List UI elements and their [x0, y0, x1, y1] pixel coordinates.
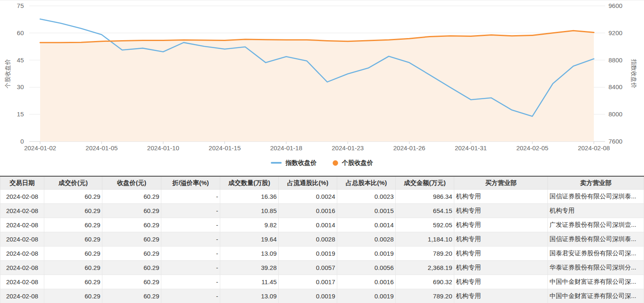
table-cell: 机构专用 [454, 204, 548, 218]
table-cell: 国泰君安证券股份有限公司深... [548, 247, 644, 261]
table-cell: 789.20 [396, 289, 454, 303]
table-row: 2024-02-0860.2960.29-16.360.00240.002398… [0, 190, 644, 204]
y-axis-right-title: 指数收盘价 [631, 59, 637, 88]
legend-item-index-close[interactable]: 指数收盘价 [271, 159, 317, 167]
y-axis-left-title: 个股收盘价 [4, 59, 11, 89]
table-cell: 0.0056 [337, 261, 396, 275]
table-cell: 2024-02-08 [0, 232, 44, 247]
legend-circle-marker-icon [333, 160, 338, 166]
x-axis-tick-label: 2024-01-18 [270, 144, 303, 152]
table-cell: 0.0019 [279, 289, 337, 303]
table-cell: - [161, 247, 220, 261]
x-axis-tick-label: 2024-02-05 [516, 144, 548, 152]
legend-line-marker-icon [271, 162, 282, 164]
table-cell: 2024-02-08 [0, 190, 44, 204]
table-cell: 60.29 [44, 275, 102, 289]
table-cell: 60.29 [44, 204, 102, 218]
table-cell: 2024-02-08 [0, 261, 44, 275]
table-cell: 国信证券股份有限公司深圳泰... [548, 232, 644, 247]
table-cell: 国信证券股份有限公司深圳泰... [548, 190, 644, 204]
table-cell: 0.0024 [279, 190, 337, 204]
table-cell: 0.0019 [279, 247, 337, 261]
table-cell: 19.64 [220, 232, 279, 247]
table-cell: 0.0019 [337, 247, 396, 261]
column-header: 折/溢价率(%) [161, 176, 220, 190]
legend-label-stock-close: 个股收盘价 [342, 159, 373, 167]
y-axis-right-tick-label: 8400 [608, 83, 622, 90]
column-header: 收盘价(元) [102, 176, 161, 190]
table-cell: 0.0016 [337, 275, 396, 289]
table-cell: 654.15 [396, 204, 454, 218]
table-cell: 0.0014 [337, 218, 396, 232]
table-cell: 中国中金财富证券有限公司深... [548, 275, 644, 289]
table-cell: 60.29 [44, 261, 102, 275]
table-cell: 0.0028 [279, 232, 337, 247]
table-cell: 机构专用 [454, 261, 548, 275]
table-cell: 60.29 [44, 218, 102, 232]
table-cell: 60.29 [44, 289, 102, 303]
table-cell: 机构专用 [548, 204, 644, 218]
table-cell: 690.32 [396, 275, 454, 289]
legend-label-index-close: 指数收盘价 [285, 159, 317, 167]
table-cell: 0.0019 [337, 289, 396, 303]
table-cell: 592.05 [396, 218, 454, 232]
table-cell: - [161, 204, 220, 218]
table-cell: 13.09 [220, 247, 279, 261]
table-cell: 2,368.19 [396, 261, 454, 275]
table-row: 2024-02-0860.2960.29-19.640.00280.00281,… [0, 232, 644, 247]
table-cell: 2024-02-08 [0, 204, 44, 218]
table-cell: 2024-02-08 [0, 289, 44, 303]
column-header: 占流通股比(%) [279, 176, 337, 190]
table-cell: 60.29 [44, 247, 102, 261]
table-row: 2024-02-0860.2960.29-13.090.00190.001978… [0, 247, 644, 261]
stock-index-price-chart-panel: 759600609200458800308400158000076002024-… [0, 0, 644, 176]
table-cell: 60.29 [102, 204, 161, 218]
column-header: 卖方营业部 [548, 176, 644, 190]
table-cell: - [161, 232, 220, 247]
table-cell: 0.0014 [279, 218, 337, 232]
column-header: 成交金额(万元) [396, 176, 454, 190]
x-axis-tick-label: 2024-01-23 [332, 144, 364, 152]
x-axis-tick-label: 2024-01-05 [86, 144, 118, 152]
table-cell: 1,184.10 [396, 232, 454, 247]
line-chart[interactable]: 759600609200458800308400158000076002024-… [0, 0, 644, 153]
table-cell: 60.29 [44, 190, 102, 204]
table-cell: 60.29 [44, 232, 102, 247]
table-cell: 2024-02-08 [0, 275, 44, 289]
table-cell: 10.85 [220, 204, 279, 218]
table-cell: 60.29 [102, 247, 161, 261]
table-cell: 60.29 [102, 218, 161, 232]
table-cell: 中国中金财富证券有限公司深... [548, 289, 644, 303]
table-cell: 0.0017 [279, 275, 337, 289]
legend-item-stock-close[interactable]: 个股收盘价 [333, 159, 373, 167]
table-row: 2024-02-0860.2960.29-11.450.00170.001669… [0, 275, 644, 289]
y-axis-left-tick-label: 75 [17, 2, 24, 9]
x-axis-tick-label: 2024-01-02 [24, 144, 56, 152]
table-cell: 机构专用 [454, 275, 548, 289]
y-axis-right-tick-label: 7600 [608, 138, 622, 145]
table-cell: - [161, 261, 220, 275]
table-cell: 0.0023 [337, 190, 396, 204]
block-trade-table: 交易日期成交价(元)收盘价(元)折/溢价率(%)成交数量(万股)占流通股比(%)… [0, 176, 644, 303]
column-header: 占总股本比(%) [337, 176, 396, 190]
x-axis-tick-label: 2024-01-31 [455, 144, 487, 152]
table-cell: 60.29 [102, 261, 161, 275]
table-cell: 0.0015 [337, 204, 396, 218]
table-cell: 机构专用 [454, 218, 548, 232]
y-axis-left-tick-label: 0 [20, 138, 24, 145]
y-axis-left-tick-label: 45 [17, 56, 24, 64]
column-header: 成交数量(万股) [220, 176, 279, 190]
table-row: 2024-02-0860.2960.29-13.090.00190.001978… [0, 289, 644, 303]
x-axis-tick-label: 2024-01-10 [147, 144, 179, 152]
table-cell: 广发证券股份有限公司深圳壹... [548, 218, 644, 232]
x-axis-tick-label: 2024-01-26 [393, 144, 425, 152]
table-cell: 60.29 [102, 275, 161, 289]
table-cell: 机构专用 [454, 247, 548, 261]
table-body: 2024-02-0860.2960.29-16.360.00240.002398… [0, 190, 644, 303]
table-cell: - [161, 275, 220, 289]
table-cell: 39.28 [220, 261, 279, 275]
y-axis-right-tick-label: 9200 [608, 29, 622, 36]
y-axis-right-tick-label: 9600 [608, 2, 622, 9]
table-cell: 60.29 [102, 190, 161, 204]
column-header: 成交价(元) [44, 176, 102, 190]
